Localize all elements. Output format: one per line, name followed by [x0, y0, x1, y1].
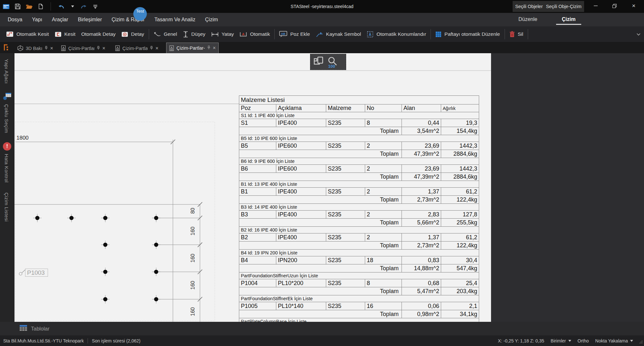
drawing-icon: [115, 45, 120, 51]
menu-tasar-m-ve-analiz[interactable]: Tasarım Ve Analiz: [155, 17, 195, 23]
pos-add-icon: AB: [279, 31, 287, 37]
data-cell: 0,06: [402, 302, 441, 310]
selection-mode-chip[interactable]: Seçili ObjelerSeçili Obje-Çizim: [513, 1, 584, 12]
new-document-button[interactable]: [37, 2, 44, 11]
bolt-group: [33, 214, 160, 303]
doc-tab-3d-bak-0[interactable]: 3D Bakış×: [14, 43, 56, 53]
minimize-icon: [594, 4, 598, 8]
doc-tab-izim-partlar-1-1[interactable]: Çizim-Partlar-1×: [58, 43, 108, 53]
menu-tab-d-zenle[interactable]: Düzenle: [515, 14, 541, 25]
total-area: 0,98m^2: [402, 310, 441, 318]
sidebar-item-oklu-se-im[interactable]: Çoklu Seçim: [4, 104, 9, 133]
resize-grip[interactable]: [639, 340, 643, 345]
table-row: Toplam0,98m^234,1kg: [239, 310, 479, 318]
material-list-table[interactable]: Malzeme ListesiPozAçıklamaMalzemeNoAlanA…: [239, 95, 479, 322]
toolbar-d-ey-button[interactable]: Düşey: [180, 26, 208, 42]
menu-izim[interactable]: Çizim: [205, 17, 218, 23]
menu-lines-button[interactable]: [92, 2, 99, 11]
total-area: 47,39m^2: [402, 150, 441, 158]
pin-icon[interactable]: [207, 45, 211, 51]
data-cell: S1: [239, 119, 276, 127]
multi-select-icon[interactable]: [3, 93, 12, 102]
toolbar-detay-button[interactable]: Detay: [118, 26, 147, 42]
pin-icon[interactable]: [150, 46, 153, 51]
toolbar-genel-button[interactable]: Genel: [151, 26, 180, 42]
close-button[interactable]: ×: [625, 0, 643, 12]
toolbar-otomatik-detay-button[interactable]: Otomatik Detay: [78, 26, 118, 42]
dimension-label-1[interactable]: 160: [190, 226, 196, 236]
menu-dosya[interactable]: Dosya: [8, 17, 22, 23]
redo-button[interactable]: [80, 2, 87, 11]
column-header: Ağırlık: [441, 104, 479, 112]
dimension-label-4[interactable]: 160: [190, 307, 196, 317]
toolbar-poz-ekle-button[interactable]: ABPoz Ekle: [276, 26, 313, 42]
data-cell: 61,2: [441, 233, 479, 242]
restore-button[interactable]: [605, 0, 623, 12]
tables-grid-icon: [19, 325, 27, 332]
sidebar-item-yap-a-ac[interactable]: Yapı Ağacı: [4, 59, 9, 84]
pin-icon[interactable]: [44, 46, 48, 51]
dimension-label-0[interactable]: 80: [190, 206, 196, 216]
sidebar-item-hata-kontrol[interactable]: Hata Kontrol: [4, 154, 9, 183]
quick-access-toolbar: [3, 0, 99, 13]
data-cell: 23,69: [402, 142, 441, 150]
structure-tree-icon[interactable]: [2, 44, 11, 53]
snap-dropdown[interactable]: Nokta Yakalama: [595, 338, 633, 343]
menu-birle-imler[interactable]: Birleşimler: [78, 17, 102, 23]
toolbar-otomatik-button[interactable]: AOtomatik: [237, 26, 273, 42]
doc-tab-izim-partlar-2-2[interactable]: Çizim-Partlar-2×: [112, 43, 161, 53]
close-tab-icon[interactable]: ×: [156, 46, 158, 51]
menu-tab-izim[interactable]: Çizim: [558, 14, 580, 25]
toolbar-paftay-otomatik-d-zenle-button[interactable]: Paftayı otomatik Düzenle: [432, 26, 503, 42]
units-dropdown[interactable]: Birimler: [551, 338, 571, 343]
drawing-canvas[interactable]: 1800 80160160160160 P1003 100 Malzeme Li…: [14, 53, 491, 322]
menu-ara-lar[interactable]: Araçlar: [52, 17, 68, 23]
menu-yap[interactable]: Yapı: [32, 17, 42, 23]
dim-general-icon: [154, 31, 161, 37]
save-button[interactable]: [14, 2, 21, 11]
total-weight: 2884,6kg: [441, 173, 479, 181]
toolbar-expand-button[interactable]: [636, 26, 641, 42]
close-tab-icon[interactable]: ×: [213, 45, 216, 51]
doc-tab-izim-partlar-1-3[interactable]: Çizim-Partlar-1×: [166, 43, 219, 53]
part-label-box[interactable]: P1003: [25, 269, 48, 277]
drawing-icon: [61, 45, 66, 51]
pin-icon[interactable]: [97, 46, 100, 51]
minimize-button[interactable]: [587, 0, 605, 12]
svg-text:AB: AB: [281, 32, 286, 35]
titlebar-separator: [51, 2, 51, 11]
document-tab-row: 3D Bakış×Çizim-Partlar-1×Çizim-Partlar-2…: [0, 42, 644, 53]
section-header: B1 Id: 13 IPE 400 İçin Liste: [239, 181, 479, 188]
dimension-label-1800[interactable]: 1800: [16, 135, 29, 141]
sidebar-item-izim-listesi[interactable]: Çizim Listesi: [4, 193, 9, 222]
toolbar-sil-button[interactable]: Sil: [507, 26, 526, 42]
toolbar-kesit-button[interactable]: Kesit: [52, 26, 78, 42]
caret-down-button[interactable]: [69, 2, 76, 11]
table-row: B2IPE400S23521,3761,2: [239, 233, 479, 242]
toolbar-kaynak-sembol-button[interactable]: Kaynak Sembol: [313, 26, 364, 42]
pages-icon[interactable]: [313, 56, 325, 68]
ortho-toggle[interactable]: Ortho: [578, 338, 589, 343]
close-tab-icon[interactable]: ×: [102, 46, 105, 51]
toolbar-button-label: Sil: [518, 31, 523, 37]
toolbar-otomatik-konumland-r-button[interactable]: ÂOtomatik Konumlandır: [364, 26, 429, 42]
total-label: Toplam: [239, 150, 402, 158]
close-tab-icon[interactable]: ×: [50, 46, 53, 51]
table-row: Toplam5,47m^2203,4kg: [239, 287, 479, 295]
toolbar-yatay-button[interactable]: Yatay: [208, 26, 237, 42]
toolbar-otomatik-kesit-button[interactable]: AOtomatik Kesit: [3, 26, 52, 42]
table-row: B2 Id: 16 IPE 400 İçin Liste: [239, 227, 479, 233]
table-row: S1IPE400S23580,4419,3: [239, 119, 479, 127]
open-folder-button[interactable]: [26, 2, 33, 11]
toolbar-button-label: Otomatik Konumlandır: [376, 31, 426, 37]
dimension-label-2[interactable]: 160: [190, 253, 196, 263]
tables-panel-bar[interactable]: Tablolar: [0, 322, 644, 335]
document-tabs: 3D Bakış×Çizim-Partlar-1×Çizim-Partlar-2…: [14, 42, 219, 53]
data-cell: B4: [239, 256, 276, 264]
dimension-label-3[interactable]: 160: [190, 280, 196, 291]
table-row: PozAçıklamaMalzemeNoAlanAğırlık: [239, 104, 479, 112]
error-check-icon[interactable]: !: [3, 142, 11, 151]
undo-button[interactable]: [58, 2, 64, 11]
section-icon: [55, 32, 62, 37]
dim-auto-icon: A: [240, 32, 247, 37]
